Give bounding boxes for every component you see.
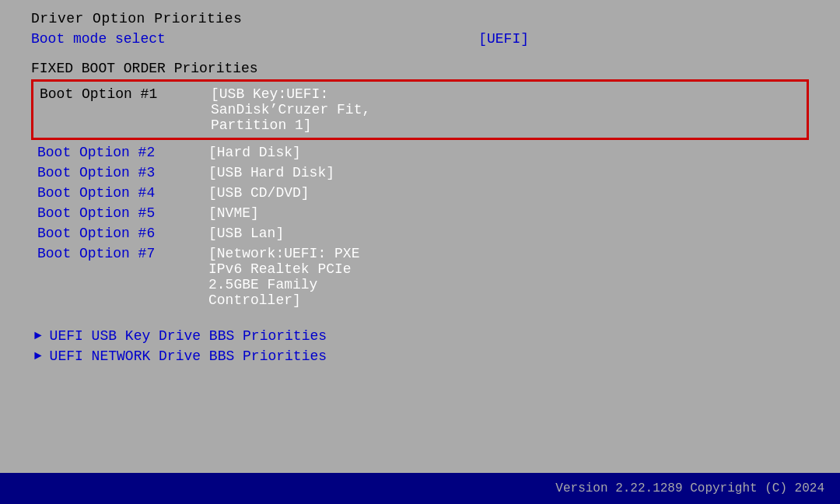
boot-option-1-row[interactable]: Boot Option #1 [USB Key:UEFI: SanDisk’Cr… <box>31 79 809 140</box>
boot-option-3-value: [USB Hard Disk] <box>208 165 803 180</box>
boot-option-7-value: [Network:UEFI: PXE IPv6 Realtek PCIe 2.5… <box>208 246 803 308</box>
priority-item-1[interactable]: ► UEFI USB Key Drive BBS Priorities <box>31 328 809 344</box>
boot-option-4-value: [USB CD/DVD] <box>208 185 803 201</box>
boot-option-5-value: [NVME] <box>208 205 803 221</box>
boot-option-2-label: Boot Option #2 <box>37 145 208 160</box>
boot-option-3-label: Boot Option #3 <box>37 165 208 180</box>
boot-option-7-row[interactable]: Boot Option #7 [Network:UEFI: PXE IPv6 R… <box>31 244 809 310</box>
main-content: Driver Option Priorities Boot mode selec… <box>0 0 840 467</box>
footer-text: Version 2.22.1289 Copyright (C) 2024 <box>555 481 824 495</box>
boot-option-1-value: [USB Key:UEFI: SanDisk’Cruzer Fit, Parti… <box>211 86 800 133</box>
boot-mode-row: Boot mode select [UEFI] <box>31 31 809 47</box>
boot-option-4-row[interactable]: Boot Option #4 [USB CD/DVD] <box>31 184 809 202</box>
boot-option-6-label: Boot Option #6 <box>37 226 208 241</box>
priority-item-1-label: UEFI USB Key Drive BBS Priorities <box>50 328 327 344</box>
priorities-section: ► UEFI USB Key Drive BBS Priorities ► UE… <box>31 328 809 364</box>
boot-option-5-label: Boot Option #5 <box>37 205 208 221</box>
arrow-icon-1: ► <box>34 329 42 343</box>
boot-option-3-row[interactable]: Boot Option #3 [USB Hard Disk] <box>31 163 809 182</box>
priority-item-2[interactable]: ► UEFI NETWORK Drive BBS Priorities <box>31 348 809 364</box>
footer: Version 2.22.1289 Copyright (C) 2024 <box>0 473 840 504</box>
boot-option-1-label: Boot Option #1 <box>40 86 211 102</box>
fixed-boot-title: FIXED BOOT ORDER Priorities <box>31 61 809 76</box>
boot-option-4-label: Boot Option #4 <box>37 185 208 201</box>
boot-mode-value: [UEFI] <box>478 31 529 47</box>
priority-item-2-label: UEFI NETWORK Drive BBS Priorities <box>50 348 327 364</box>
boot-option-2-value: [Hard Disk] <box>208 145 803 160</box>
boot-mode-label: Boot mode select <box>31 31 166 47</box>
boot-option-7-label: Boot Option #7 <box>37 246 208 261</box>
boot-option-2-row[interactable]: Boot Option #2 [Hard Disk] <box>31 143 809 162</box>
boot-option-6-row[interactable]: Boot Option #6 [USB Lan] <box>31 224 809 243</box>
boot-option-5-row[interactable]: Boot Option #5 [NVME] <box>31 204 809 222</box>
driver-title: Driver Option Priorities <box>31 11 809 26</box>
boot-option-6-value: [USB Lan] <box>208 226 803 241</box>
arrow-icon-2: ► <box>34 349 42 363</box>
